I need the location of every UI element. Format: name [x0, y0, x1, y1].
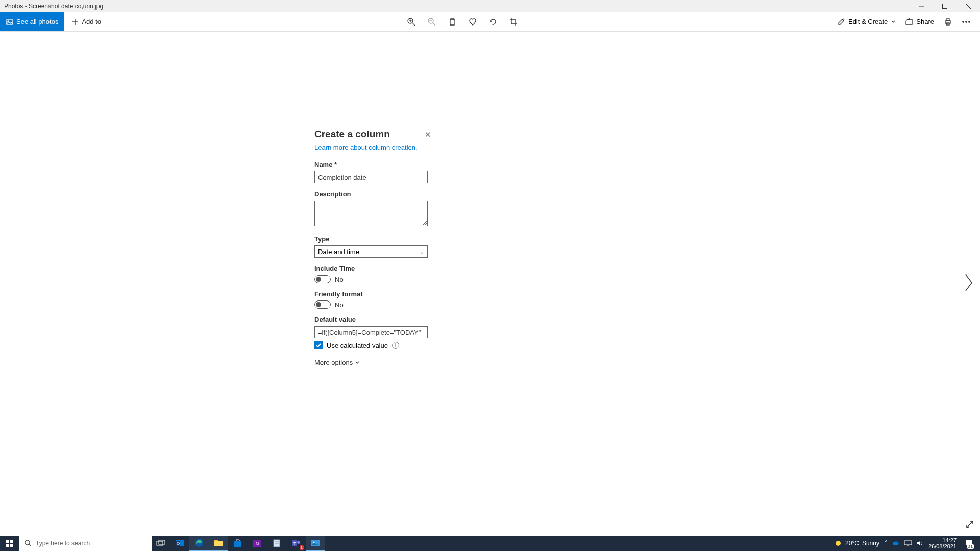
display-tray-icon[interactable] — [904, 540, 912, 546]
maximize-button[interactable] — [933, 0, 957, 12]
svg-point-47 — [836, 541, 841, 546]
svg-rect-24 — [6, 544, 9, 547]
rotate-icon[interactable] — [488, 17, 498, 27]
taskbar-outlook-icon[interactable]: O — [170, 536, 189, 551]
edit-create-button[interactable]: Edit & Create — [837, 18, 896, 26]
friendly-format-toggle[interactable] — [314, 300, 331, 309]
svg-text:N: N — [256, 541, 259, 546]
add-to-label: Add to — [82, 18, 101, 26]
taskbar-explorer-icon[interactable] — [209, 536, 228, 551]
default-value-input[interactable] — [314, 326, 428, 338]
svg-rect-35 — [214, 540, 218, 541]
zoom-in-icon[interactable] — [407, 17, 416, 27]
taskbar-photos-icon[interactable] — [306, 536, 325, 551]
see-all-photos-button[interactable]: See all photos — [0, 12, 64, 31]
onedrive-icon[interactable] — [892, 540, 900, 547]
taskbar-search[interactable]: Type here to search — [19, 536, 152, 551]
svg-rect-17 — [946, 19, 949, 21]
svg-point-26 — [25, 540, 30, 545]
clock-time: 14:27 — [942, 537, 957, 543]
fullscreen-button[interactable] — [966, 520, 974, 531]
more-icon[interactable] — [962, 17, 971, 27]
clock-date: 26/08/2021 — [928, 543, 957, 549]
taskbar-weather[interactable]: 20°C Sunny — [834, 539, 879, 547]
weather-temp: 20°C — [845, 540, 859, 547]
chevron-down-icon — [355, 360, 360, 365]
type-label: Type — [314, 235, 432, 243]
include-time-toggle[interactable] — [314, 275, 331, 283]
crop-icon[interactable] — [509, 17, 518, 27]
windows-taskbar: Type here to search O N T1 20°C Sunny ˄ … — [0, 536, 980, 551]
svg-rect-25 — [10, 544, 13, 547]
use-calculated-label: Use calculated value — [327, 342, 388, 349]
taskbar-clock[interactable]: 14:27 26/08/2021 — [928, 537, 957, 549]
taskbar-edge-icon[interactable] — [189, 536, 209, 551]
tray-chevron-icon[interactable]: ˄ — [885, 540, 888, 547]
svg-rect-29 — [159, 540, 165, 544]
weather-cond: Sunny — [862, 540, 879, 547]
taskbar-store-icon[interactable] — [228, 536, 248, 551]
volume-icon[interactable] — [916, 540, 923, 547]
svg-line-9 — [412, 23, 415, 26]
taskbar-teams-icon[interactable]: T1 — [286, 536, 306, 551]
edit-create-label: Edit & Create — [848, 18, 888, 26]
next-photo-button[interactable] — [963, 272, 975, 295]
svg-rect-22 — [6, 540, 9, 543]
chevron-down-icon: ⌄ — [420, 248, 424, 255]
type-value: Date and time — [318, 248, 359, 256]
action-center-icon[interactable]: 21 — [962, 536, 976, 550]
action-center-badge: 21 — [967, 544, 974, 549]
svg-rect-1 — [943, 4, 947, 9]
svg-rect-23 — [10, 540, 13, 543]
svg-rect-48 — [904, 541, 912, 545]
description-label: Description — [314, 190, 432, 198]
friendly-format-value: No — [335, 301, 344, 309]
type-select[interactable]: Date and time ⌄ — [314, 245, 428, 258]
svg-line-15 — [843, 19, 844, 20]
task-view-button[interactable] — [152, 536, 170, 551]
minimize-button[interactable] — [910, 0, 933, 12]
learn-more-link[interactable]: Learn more about column creation. — [314, 144, 418, 152]
taskbar-onenote-icon[interactable]: N — [248, 536, 267, 551]
share-button[interactable]: Share — [905, 18, 934, 26]
name-label: Name * — [314, 161, 432, 168]
use-calculated-checkbox[interactable] — [314, 341, 323, 349]
share-label: Share — [916, 18, 934, 26]
svg-text:O: O — [177, 541, 180, 546]
add-to-button[interactable]: Add to — [64, 12, 108, 31]
title-bar: Photos - Screenshot date co,unn.jpg — [0, 0, 980, 12]
photo-viewer: Create a column ✕ Learn more about colum… — [0, 32, 980, 536]
more-options-button[interactable]: More options — [314, 359, 432, 366]
svg-line-13 — [433, 23, 435, 26]
favorite-icon[interactable] — [468, 17, 477, 27]
start-button[interactable] — [0, 536, 19, 551]
svg-rect-34 — [214, 541, 223, 546]
svg-rect-18 — [946, 23, 949, 25]
svg-rect-36 — [234, 541, 241, 547]
zoom-out-icon[interactable] — [427, 17, 436, 27]
info-icon[interactable]: i — [392, 342, 399, 349]
name-input[interactable] — [314, 171, 428, 183]
close-window-button[interactable] — [957, 0, 980, 12]
svg-line-27 — [29, 544, 31, 546]
print-icon[interactable] — [943, 17, 952, 27]
see-all-photos-label: See all photos — [16, 18, 58, 26]
window-title: Photos - Screenshot date co,unn.jpg — [0, 3, 103, 10]
default-value-label: Default value — [314, 316, 432, 323]
create-column-panel: Create a column ✕ Learn more about colum… — [314, 129, 432, 366]
svg-point-44 — [297, 541, 300, 544]
description-input[interactable] — [314, 201, 428, 226]
svg-point-21 — [969, 21, 970, 22]
friendly-format-label: Friendly format — [314, 290, 432, 298]
close-panel-icon[interactable]: ✕ — [425, 130, 431, 139]
svg-text:T: T — [293, 541, 296, 546]
delete-icon[interactable] — [448, 17, 457, 27]
search-placeholder: Type here to search — [36, 540, 90, 547]
taskbar-notepad-icon[interactable] — [267, 536, 286, 551]
more-options-label: More options — [314, 359, 353, 366]
panel-title: Create a column — [314, 129, 432, 140]
svg-rect-4 — [7, 20, 13, 24]
svg-point-20 — [966, 21, 967, 22]
chevron-down-icon — [891, 19, 896, 24]
sun-icon — [834, 539, 842, 547]
